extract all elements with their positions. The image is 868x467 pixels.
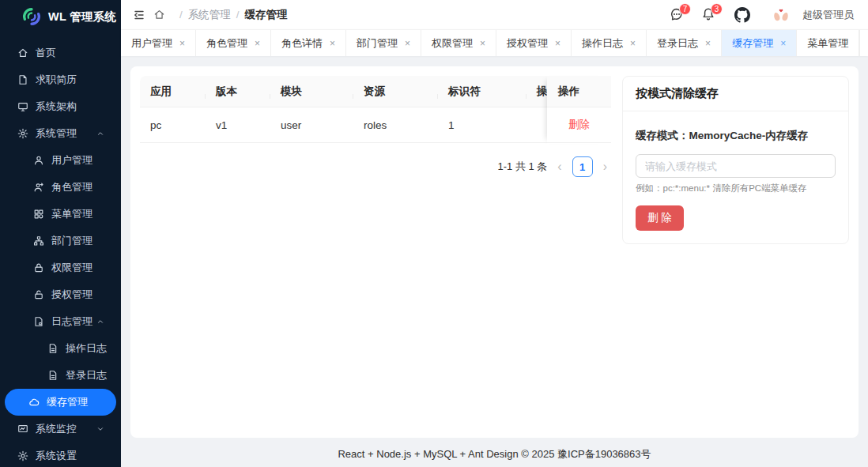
role-icon (33, 182, 44, 193)
department-icon (33, 235, 44, 247)
sidebar-menu: 首页 求职简历 系统架构 系统管理 用户管理 角色管理 (0, 33, 121, 467)
cache-table-area: 应用 版本 模块 资源 标识符 操作 pc v1 user roles (140, 76, 611, 428)
sidebar-item-menu-management[interactable]: 菜单管理 (0, 201, 121, 228)
cache-mode-value: MemoryCache-内存缓存 (689, 130, 809, 141)
page-number-button[interactable]: 1 (572, 156, 593, 177)
tab-menu-management[interactable]: 菜单管理 (797, 30, 859, 56)
fixed-action-column: 操作 删除 (547, 76, 611, 144)
sidebar-item-home[interactable]: 首页 (0, 40, 121, 66)
sidebar-item-system-monitor[interactable]: 系统监控 (0, 416, 121, 443)
sidebar-item-login-log[interactable]: 登录日志 (0, 362, 121, 389)
column-resource: 资源 (353, 85, 438, 99)
sidebar-item-permission-management[interactable]: 权限管理 (0, 254, 121, 281)
close-icon[interactable]: × (630, 39, 636, 48)
tab-bar: 用户管理× 角色管理× 角色详情× 部门管理× 权限管理× 授权管理× 操作日志… (121, 29, 868, 56)
cache-pattern-input[interactable] (636, 154, 836, 178)
close-icon[interactable]: × (405, 39, 410, 48)
tab-authorization-management[interactable]: 授权管理× (496, 30, 572, 56)
column-identifier: 标识符 (438, 85, 526, 99)
sidebar-item-log-management[interactable]: 日志管理 (0, 308, 121, 335)
cell-identifier: 1 (438, 119, 526, 131)
breadcrumb-current: 缓存管理 (245, 8, 288, 22)
prev-page-button[interactable]: ‹ (555, 160, 564, 173)
tab-department-management[interactable]: 部门管理× (346, 30, 421, 56)
cell-app: pc (140, 119, 206, 131)
sidebar-item-cache-management[interactable]: 缓存管理 (5, 389, 116, 416)
close-icon[interactable]: × (480, 39, 485, 48)
resume-icon (17, 74, 28, 85)
tab-role-detail[interactable]: 角色详情× (271, 30, 346, 56)
username[interactable]: 超级管理员 (802, 8, 854, 22)
close-icon[interactable]: × (780, 39, 786, 48)
tab-login-log[interactable]: 登录日志× (647, 30, 722, 56)
user-icon (33, 155, 44, 166)
content-card: 应用 版本 模块 资源 标识符 操作 pc v1 user roles (130, 66, 859, 438)
monitor-icon (17, 424, 28, 435)
sidebar-item-department-management[interactable]: 部门管理 (0, 228, 121, 254)
messages-button[interactable]: 7 (670, 7, 685, 23)
sidebar-item-resume[interactable]: 求职简历 (0, 66, 121, 93)
notifications-button[interactable]: 3 (701, 7, 717, 23)
chevron-up-icon (96, 318, 104, 326)
gear-icon (17, 128, 28, 139)
cloud-icon (28, 397, 40, 408)
file-icon (47, 370, 58, 381)
notifications-badge: 3 (711, 3, 723, 15)
delete-row-link[interactable]: 删除 (568, 118, 590, 132)
close-icon[interactable]: × (555, 39, 560, 48)
tab-cache-management[interactable]: 缓存管理× (722, 30, 797, 56)
breadcrumb-home-icon[interactable] (153, 9, 165, 21)
sidebar-item-system-settings[interactable]: 系统设置 (0, 443, 121, 467)
lock-icon (33, 262, 44, 273)
sidebar-item-operation-log[interactable]: 操作日志 (0, 335, 121, 362)
tab-user-management[interactable]: 用户管理× (121, 30, 196, 56)
sidebar-item-user-management[interactable]: 用户管理 (0, 147, 121, 174)
avatar[interactable] (771, 5, 791, 25)
close-icon[interactable]: × (705, 39, 711, 48)
breadcrumb-section[interactable]: 系统管理 (188, 8, 231, 22)
panel-title: 按模式清除缓存 (623, 77, 848, 111)
clear-cache-panel: 按模式清除缓存 缓存模式：MemoryCache-内存缓存 例如：pc:*:me… (622, 76, 849, 244)
tab-permission-management[interactable]: 权限管理× (421, 30, 496, 56)
close-icon[interactable]: × (179, 39, 185, 48)
sidebar-item-role-management[interactable]: 角色管理 (0, 174, 121, 201)
tabs-more-button[interactable]: ⋯ (859, 30, 868, 56)
app-window: WL 管理系统 首页 求职简历 系统架构 系统管理 用户管理 (0, 0, 868, 467)
cache-mode-line: 缓存模式：MemoryCache-内存缓存 (636, 129, 836, 143)
delete-cache-button[interactable]: 删 除 (636, 205, 684, 231)
page-content: 应用 版本 模块 资源 标识符 操作 pc v1 user roles (121, 56, 868, 441)
sidebar-item-system-management[interactable]: 系统管理 (0, 120, 121, 147)
column-action: 操作 (547, 76, 611, 107)
table-header-row: 应用 版本 模块 资源 标识符 操作 (140, 76, 611, 107)
pagination: 1-1 共 1 条 ‹ 1 › (140, 156, 611, 177)
cache-mode-label: 缓存模式： (636, 130, 689, 141)
column-module: 模块 (270, 85, 353, 99)
messages-badge: 7 (679, 3, 691, 15)
chevron-up-icon (96, 130, 104, 137)
sidebar-item-authorization-management[interactable]: 授权管理 (0, 281, 121, 308)
github-icon[interactable] (734, 7, 750, 23)
top-header: / 系统管理 / 缓存管理 7 3 (121, 0, 868, 29)
close-icon[interactable]: × (330, 39, 335, 48)
logo[interactable]: WL 管理系统 (0, 0, 121, 33)
main-area: / 系统管理 / 缓存管理 7 3 (121, 0, 868, 467)
home-icon (17, 47, 28, 58)
gear-icon (17, 450, 28, 461)
app-title: WL 管理系统 (48, 9, 116, 24)
tab-role-management[interactable]: 角色管理× (196, 30, 271, 56)
tab-operation-log[interactable]: 操作日志× (572, 30, 647, 56)
logo-icon (21, 6, 42, 27)
menu-grid-icon (33, 209, 44, 220)
log-folder-icon (33, 316, 44, 327)
footer-text: React + Node.js + MySQL + Ant Design © 2… (338, 447, 651, 461)
close-icon[interactable]: × (255, 39, 260, 48)
menu-fold-icon[interactable] (133, 9, 145, 21)
cell-resource: roles (353, 119, 438, 131)
breadcrumb: / 系统管理 / 缓存管理 (179, 8, 288, 22)
table-row: pc v1 user roles 1 (140, 107, 611, 143)
next-page-button[interactable]: › (601, 160, 609, 173)
sidebar-item-architecture[interactable]: 系统架构 (0, 93, 121, 120)
cell-module: user (270, 119, 353, 131)
cell-version: v1 (206, 119, 270, 131)
page-footer: React + Node.js + MySQL + Ant Design © 2… (121, 441, 868, 467)
